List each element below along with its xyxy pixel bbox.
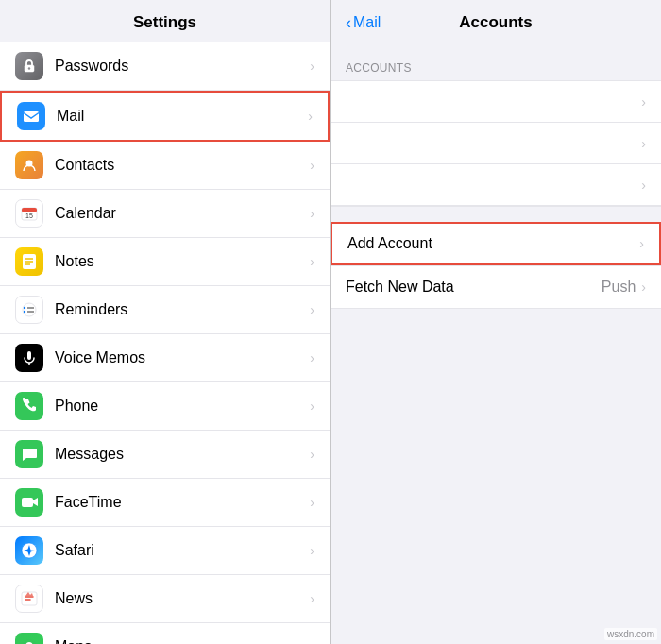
- add-account-button[interactable]: Add Account ›: [330, 222, 661, 265]
- settings-label-passwords: Passwords: [55, 58, 310, 75]
- settings-chevron-maps: ›: [310, 639, 314, 644]
- accounts-panel: ‹ Mail Accounts ACCOUNTS › › › Add Accou…: [330, 0, 661, 644]
- settings-header: Settings: [0, 0, 330, 42]
- settings-panel: Settings Passwords› Mail› Contacts› 15 C…: [0, 0, 330, 644]
- settings-chevron-reminders: ›: [310, 302, 314, 317]
- settings-label-phone: Phone: [55, 398, 310, 415]
- notes-icon: [15, 247, 43, 276]
- account-row-3[interactable]: ›: [330, 164, 661, 206]
- account-chevron-3: ›: [641, 178, 646, 193]
- settings-label-maps: Maps: [55, 638, 310, 644]
- calendar-icon: 15: [15, 199, 43, 228]
- settings-item-phone[interactable]: Phone›: [0, 382, 330, 431]
- add-account-chevron: ›: [639, 236, 644, 251]
- svg-rect-16: [27, 351, 31, 360]
- facetime-icon: [15, 488, 43, 517]
- settings-item-reminders[interactable]: Reminders›: [0, 286, 330, 334]
- settings-item-mail[interactable]: Mail›: [0, 91, 330, 142]
- settings-item-voicememos[interactable]: Voice Memos›: [0, 334, 330, 382]
- settings-label-safari: Safari: [55, 542, 310, 559]
- settings-chevron-messages: ›: [310, 447, 314, 462]
- settings-chevron-voicememos: ›: [310, 350, 314, 365]
- news-icon: [15, 585, 43, 613]
- reminders-icon: [15, 296, 43, 324]
- fetch-chevron: ›: [641, 280, 646, 295]
- settings-chevron-phone: ›: [310, 398, 314, 414]
- phone-icon: [15, 392, 43, 420]
- fetch-label: Fetch New Data: [346, 279, 602, 296]
- svg-point-1: [28, 67, 30, 69]
- svg-point-11: [23, 303, 36, 316]
- accounts-header: ‹ Mail Accounts: [330, 0, 661, 42]
- settings-chevron-calendar: ›: [310, 206, 314, 221]
- contacts-icon: [15, 151, 43, 179]
- settings-item-calendar[interactable]: 15 Calendar›: [0, 190, 330, 238]
- settings-title: Settings: [133, 13, 196, 31]
- voicememos-icon: [15, 344, 43, 372]
- settings-item-maps[interactable]: Maps›: [0, 623, 330, 644]
- fetch-section: Fetch New Data Push ›: [330, 265, 661, 309]
- svg-rect-18: [22, 498, 33, 507]
- settings-chevron-safari: ›: [310, 543, 314, 558]
- settings-label-contacts: Contacts: [55, 157, 310, 174]
- settings-label-messages: Messages: [55, 446, 310, 463]
- settings-list: Passwords› Mail› Contacts› 15 Calendar› …: [0, 42, 330, 644]
- settings-chevron-passwords: ›: [310, 59, 314, 74]
- mail-icon: [17, 102, 45, 130]
- passwords-icon: [15, 52, 43, 80]
- settings-chevron-contacts: ›: [310, 158, 314, 173]
- settings-chevron-notes: ›: [310, 254, 314, 269]
- settings-item-news[interactable]: News›: [0, 575, 330, 623]
- account-row-2[interactable]: ›: [330, 123, 661, 164]
- settings-item-safari[interactable]: Safari›: [0, 527, 330, 575]
- fetch-value: Push: [602, 279, 636, 296]
- account-row-1[interactable]: ›: [330, 81, 661, 123]
- settings-label-reminders: Reminders: [55, 301, 310, 318]
- svg-point-12: [24, 307, 25, 309]
- accounts-title: Accounts: [459, 13, 532, 32]
- messages-icon: [15, 440, 43, 468]
- safari-icon: [15, 536, 43, 565]
- settings-label-notes: Notes: [55, 253, 310, 270]
- settings-label-news: News: [55, 590, 310, 607]
- settings-item-notes[interactable]: Notes›: [0, 238, 330, 286]
- settings-label-calendar: Calendar: [55, 205, 310, 222]
- accounts-list: › › ›: [330, 80, 661, 207]
- watermark: wsxdn.com: [604, 628, 657, 640]
- back-chevron-icon: ‹: [346, 13, 351, 33]
- add-account-label: Add Account: [347, 235, 639, 252]
- fetch-new-data-button[interactable]: Fetch New Data Push ›: [330, 266, 661, 308]
- settings-label-voicememos: Voice Memos: [55, 349, 310, 366]
- settings-item-passwords[interactable]: Passwords›: [0, 42, 330, 91]
- settings-label-facetime: FaceTime: [55, 494, 310, 511]
- back-label: Mail: [353, 14, 381, 31]
- settings-chevron-mail: ›: [308, 109, 313, 124]
- back-button[interactable]: ‹ Mail: [346, 13, 381, 33]
- accounts-section-header: ACCOUNTS: [330, 42, 661, 80]
- settings-chevron-facetime: ›: [310, 495, 314, 510]
- maps-icon: [15, 633, 43, 644]
- svg-rect-2: [24, 111, 39, 122]
- settings-item-messages[interactable]: Messages›: [0, 431, 330, 479]
- svg-text:15: 15: [25, 212, 33, 219]
- settings-item-facetime[interactable]: FaceTime›: [0, 479, 330, 527]
- account-chevron-1: ›: [641, 94, 646, 110]
- settings-chevron-news: ›: [310, 591, 314, 606]
- account-chevron-2: ›: [641, 136, 646, 151]
- svg-point-14: [24, 311, 25, 313]
- settings-item-contacts[interactable]: Contacts›: [0, 142, 330, 190]
- settings-label-mail: Mail: [57, 108, 308, 125]
